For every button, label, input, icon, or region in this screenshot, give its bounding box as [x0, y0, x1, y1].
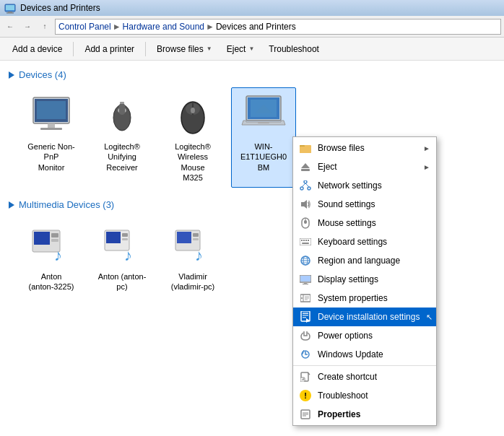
browse-files-submenu-arrow: ►	[423, 144, 430, 152]
eject-label: Eject	[227, 44, 246, 54]
forward-button[interactable]: →	[20, 19, 35, 34]
browse-files-button[interactable]: Browse files ▼	[150, 40, 219, 58]
menu-device-installation[interactable]: Device installation settings ↖	[293, 308, 436, 326]
breadcrumb-control-panel[interactable]: Control Panel	[58, 22, 111, 32]
menu-create-shortcut[interactable]: Create shortcut	[293, 367, 436, 386]
svg-point-16	[191, 108, 195, 113]
svg-rect-23	[51, 233, 58, 237]
menu-device-installation-label: Device installation settings	[318, 312, 430, 322]
device-logitech-mouse[interactable]: Logitech®Wireless MouseM325	[160, 87, 225, 188]
anton1-icon: ♪	[28, 222, 74, 269]
menu-keyboard-settings[interactable]: Keyboard settings	[293, 232, 436, 251]
breadcrumb-current: Devices and Printers	[216, 22, 296, 32]
menu-eject[interactable]: Eject ►	[293, 157, 436, 176]
device-win-laptop[interactable]: WIN-E1T1UEGH0BM	[231, 87, 296, 188]
svg-rect-32	[177, 232, 191, 243]
svg-rect-7	[48, 123, 55, 128]
svg-rect-2	[8, 12, 12, 13]
multimedia-title: Multimedia Devices (3)	[19, 199, 114, 210]
svg-rect-73	[303, 315, 308, 316]
menu-troubleshoot-label: Troubleshoot	[318, 391, 430, 401]
svg-marker-39	[301, 163, 310, 168]
menu-sound-settings-label: Sound settings	[318, 199, 430, 209]
context-menu: Browse files ► Eject ►	[292, 136, 437, 426]
win-laptop-label: WIN-E1T1UEGH0BM	[236, 141, 291, 173]
menu-browse-files-label: Browse files	[318, 143, 417, 153]
add-printer-label: Add a printer	[84, 44, 134, 54]
svg-marker-46	[301, 200, 307, 209]
eject-submenu-arrow: ►	[423, 163, 430, 171]
add-device-label: Add a device	[12, 44, 62, 54]
troubleshoot-label: Troubleshoot	[269, 44, 319, 54]
sound-icon	[299, 198, 312, 211]
menu-troubleshoot[interactable]: ! Troubleshoot	[293, 386, 436, 405]
title-bar: Devices and Printers	[0, 0, 504, 16]
address-bar: ← → ↑ Control Panel ► Hardware and Sound…	[0, 16, 504, 38]
logitech-mouse-icon	[170, 92, 216, 139]
menu-sound-settings[interactable]: Sound settings	[293, 195, 436, 214]
up-button[interactable]: ↑	[38, 19, 52, 34]
troubleshoot-icon: !	[299, 389, 312, 402]
breadcrumb: Control Panel ► Hardware and Sound ► Dev…	[55, 19, 501, 35]
menu-browse-files[interactable]: Browse files ►	[293, 139, 436, 157]
toolbar-sep-1	[73, 42, 74, 56]
svg-rect-52	[303, 240, 305, 241]
svg-rect-72	[303, 313, 308, 314]
svg-rect-64	[303, 284, 308, 284]
monitor-label: Generic Non-PnPMonitor	[24, 141, 79, 173]
menu-system-properties[interactable]: System properties	[293, 289, 436, 308]
mouse-settings-icon	[299, 217, 312, 230]
svg-text:♪: ♪	[195, 246, 203, 264]
eject-arrow: ▼	[248, 45, 254, 52]
menu-power-options[interactable]: Power options	[293, 326, 436, 345]
anton2-label: Anton (anton-pc)	[95, 271, 149, 292]
menu-keyboard-settings-label: Keyboard settings	[318, 237, 430, 247]
win-laptop-icon	[240, 92, 287, 139]
svg-rect-3	[6, 13, 14, 14]
system-icon	[299, 292, 312, 305]
svg-rect-24	[51, 239, 58, 242]
menu-mouse-settings-label: Mouse settings	[318, 218, 430, 228]
multimedia-triangle[interactable]	[9, 201, 14, 209]
svg-rect-38	[300, 147, 311, 153]
logitech-receiver-icon	[99, 92, 145, 139]
svg-text:♪: ♪	[124, 246, 132, 264]
device-anton2[interactable]: ♪ Anton (anton-pc)	[90, 217, 155, 297]
menu-network-settings[interactable]: Network settings	[293, 176, 436, 195]
vladimir-label: Vladimir(vladimir-pc)	[171, 271, 215, 292]
svg-rect-1	[6, 5, 14, 10]
svg-rect-27	[106, 232, 121, 243]
browse-files-arrow: ▼	[207, 45, 212, 52]
device-vladimir[interactable]: ♪ Vladimir(vladimir-pc)	[160, 217, 225, 297]
svg-rect-12	[120, 102, 124, 104]
menu-windows-update-label: Windows Update	[318, 349, 430, 359]
svg-rect-22	[34, 232, 50, 245]
svg-rect-74	[303, 317, 306, 318]
svg-rect-49	[304, 220, 307, 224]
add-device-button[interactable]: Add a device	[6, 40, 69, 58]
svg-line-45	[305, 183, 309, 187]
menu-properties[interactable]: Properties	[293, 405, 436, 424]
monitor-icon	[28, 92, 74, 139]
vladimir-icon: ♪	[170, 222, 216, 269]
devices-triangle[interactable]	[9, 71, 14, 79]
menu-region-language[interactable]: Region and language	[293, 251, 436, 270]
device-logitech-receiver[interactable]: Logitech®Unifying Receiver	[90, 87, 155, 188]
svg-rect-28	[122, 233, 128, 237]
svg-line-44	[302, 183, 305, 187]
shortcut-icon	[299, 370, 312, 383]
breadcrumb-hardware[interactable]: Hardware and Sound	[123, 22, 204, 32]
menu-separator-1	[293, 365, 436, 366]
device-anton1[interactable]: ♪ Anton(anton-3225)	[19, 217, 84, 297]
back-button[interactable]: ←	[3, 19, 17, 34]
add-printer-button[interactable]: Add a printer	[78, 40, 141, 58]
device-monitor[interactable]: Generic Non-PnPMonitor	[19, 87, 84, 188]
menu-mouse-settings[interactable]: Mouse settings	[293, 214, 436, 232]
menu-windows-update[interactable]: Windows Update	[293, 345, 436, 364]
eject-button[interactable]: Eject ▼	[220, 40, 261, 58]
troubleshoot-toolbar-button[interactable]: Troubleshoot	[262, 40, 326, 58]
logitech-mouse-label: Logitech®Wireless MouseM325	[165, 141, 220, 183]
menu-power-options-label: Power options	[318, 331, 430, 341]
devices-section-header: Devices (4)	[9, 69, 495, 80]
menu-display-settings[interactable]: Display settings	[293, 270, 436, 289]
